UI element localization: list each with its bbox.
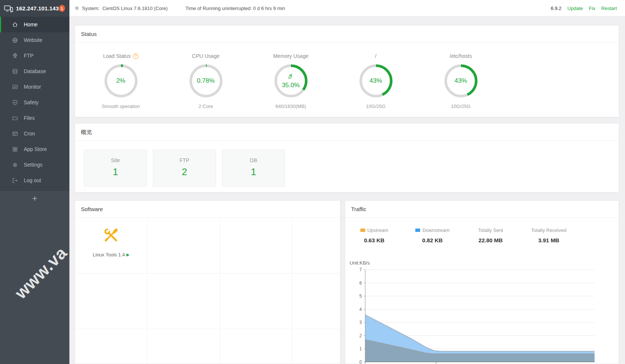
sidebar-item-label: Safety <box>24 99 39 105</box>
gauge-label: /etc/hosts <box>418 52 503 60</box>
gauge-ring: 43% <box>358 63 394 99</box>
tools-icon <box>103 227 120 246</box>
software-panel: Software Linux Tools 1.4 ▶ <box>75 200 340 364</box>
ftp-count-card[interactable]: FTP 2 <box>153 150 216 187</box>
card-value: 1 <box>222 166 285 178</box>
card-label: FTP <box>153 157 216 163</box>
uptime-text: Time of Running uninterrupted: 0 d 6 hrs… <box>186 6 285 11</box>
traffic-stat-downstream: Downstream 0.82 KB <box>403 227 462 243</box>
card-label: Site <box>84 157 147 163</box>
restart-link[interactable]: Restart <box>601 6 617 11</box>
software-cell <box>148 273 220 329</box>
sidebar-item-cron[interactable]: Cron <box>0 126 69 141</box>
sidebar-item-label: Monitor <box>24 84 41 90</box>
software-cell <box>292 218 340 273</box>
overview-cards: Site 1 FTP 2 DB 1 <box>75 141 619 187</box>
gauge-subtext: 2 Core <box>163 104 248 109</box>
add-panel-button[interactable]: + <box>32 194 37 203</box>
computer-icon <box>4 5 13 12</box>
sidebar-item-safety[interactable]: Safety <box>0 95 69 110</box>
rocket-icon <box>287 73 294 81</box>
overview-panel: 概览 Site 1 FTP 2 DB 1 <box>75 123 619 193</box>
gauge-ring: 0.78% <box>188 63 224 99</box>
software-cell <box>75 329 148 364</box>
sidebar-item-monitor[interactable]: Monitor <box>0 79 69 95</box>
sidebar-item-label: Website <box>24 37 42 43</box>
sidebar-item-database[interactable]: Database <box>0 63 69 79</box>
traffic-panel: Traffic Upstream 0.63 KB Downstream 0.82… <box>345 200 619 364</box>
software-cell <box>220 273 292 329</box>
system-value: CentOS Linux 7.6.1810 (Core) <box>102 6 168 11</box>
update-link[interactable]: Update <box>567 6 583 11</box>
traffic-stat-value: 3.91 MB <box>520 237 578 243</box>
globe-icon <box>12 37 18 43</box>
software-app-linux-tools[interactable]: Linux Tools 1.4 ▶ <box>75 218 147 258</box>
sidebar-item-home[interactable]: Home <box>0 17 69 32</box>
notification-badge[interactable]: 1 <box>59 5 65 12</box>
gear-icon <box>74 6 79 11</box>
sidebar-item-label: App Store <box>24 146 47 152</box>
gauge-value: 2% <box>116 77 125 85</box>
software-cell <box>292 329 340 364</box>
database-icon <box>12 68 18 75</box>
svg-text:5: 5 <box>359 294 362 299</box>
sidebar-item-ftp[interactable]: FTP <box>0 48 69 63</box>
software-cell <box>292 273 340 329</box>
shield-icon <box>12 99 18 106</box>
upstream-swatch <box>360 229 365 232</box>
logout-icon <box>12 177 18 184</box>
status-panel: Status Load Status ? 2% Smooth operation… <box>75 25 619 117</box>
sidebar-nav: Home Website FTP Database Monitor Safety… <box>0 17 69 188</box>
site-count-card[interactable]: Site 1 <box>84 150 147 187</box>
topbar: System: CentOS Linux 7.6.1810 (Core) Tim… <box>69 0 625 17</box>
sidebar-footer: + <box>0 191 69 364</box>
traffic-area-chart: 01234567 <box>345 268 619 364</box>
help-icon[interactable]: ? <box>133 53 138 59</box>
card-value: 2 <box>153 166 216 178</box>
home-icon <box>12 22 18 28</box>
sidebar-item-app-store[interactable]: App Store <box>0 141 69 157</box>
ftp-icon <box>12 53 18 59</box>
appstore-icon <box>12 146 18 153</box>
sidebar-item-label: Settings <box>24 162 43 168</box>
software-cell <box>148 218 220 273</box>
gauge-load-status: Load Status ? 2% Smooth operation <box>78 52 163 109</box>
gauge-subtext: Smooth operation <box>78 104 163 109</box>
gauge-value: 43% <box>454 77 467 85</box>
gauge-label: CPU Usage <box>163 52 248 60</box>
status-gauges: Load Status ? 2% Smooth operation CPU Us… <box>75 43 619 109</box>
monitor-icon <box>12 84 18 90</box>
folder-icon <box>12 115 18 121</box>
sidebar-item-settings[interactable]: Settings <box>0 157 69 173</box>
software-cell <box>220 329 292 364</box>
card-value: 1 <box>84 166 147 178</box>
svg-text:4: 4 <box>359 307 362 312</box>
software-grid: Linux Tools 1.4 ▶ <box>75 218 340 364</box>
traffic-stat-upstream: Upstream 0.63 KB <box>345 227 403 243</box>
gauge-ring: 2% <box>103 63 139 99</box>
chart-unit-label: Unit:KB/s <box>350 260 370 266</box>
sidebar-item-website[interactable]: Website <box>0 32 69 48</box>
gauge-label: Load Status ? <box>78 52 163 60</box>
overview-panel-title: 概览 <box>75 124 619 141</box>
software-cell <box>148 329 220 364</box>
card-label: DB <box>222 157 285 163</box>
gauge-cpu-usage: CPU Usage 0.78% 2 Core <box>163 52 248 109</box>
sidebar-item-label: Files <box>24 115 35 121</box>
downstream-swatch <box>415 229 420 232</box>
play-icon[interactable]: ▶ <box>127 252 130 257</box>
sidebar-item-label: Cron <box>24 131 35 137</box>
status-panel-title: Status <box>75 26 619 43</box>
software-panel-title: Software <box>75 201 340 218</box>
db-count-card[interactable]: DB 1 <box>222 150 285 187</box>
gauge-value: 35.0% <box>282 82 300 89</box>
server-brand[interactable]: 162.247.101.143 1 <box>0 0 69 17</box>
sidebar-item-log-out[interactable]: Log out <box>0 173 69 188</box>
fix-link[interactable]: Fix <box>589 6 595 11</box>
traffic-stat-value: 0.82 KB <box>403 237 462 243</box>
sidebar: Home Website FTP Database Monitor Safety… <box>0 17 69 364</box>
sidebar-item-files[interactable]: Files <box>0 110 69 126</box>
traffic-stat-totally-received: Totally Received 3.91 MB <box>520 227 578 243</box>
system-label: System: <box>82 6 99 11</box>
traffic-stat-totally-sent: Totally Sent 22.80 MB <box>462 227 520 243</box>
